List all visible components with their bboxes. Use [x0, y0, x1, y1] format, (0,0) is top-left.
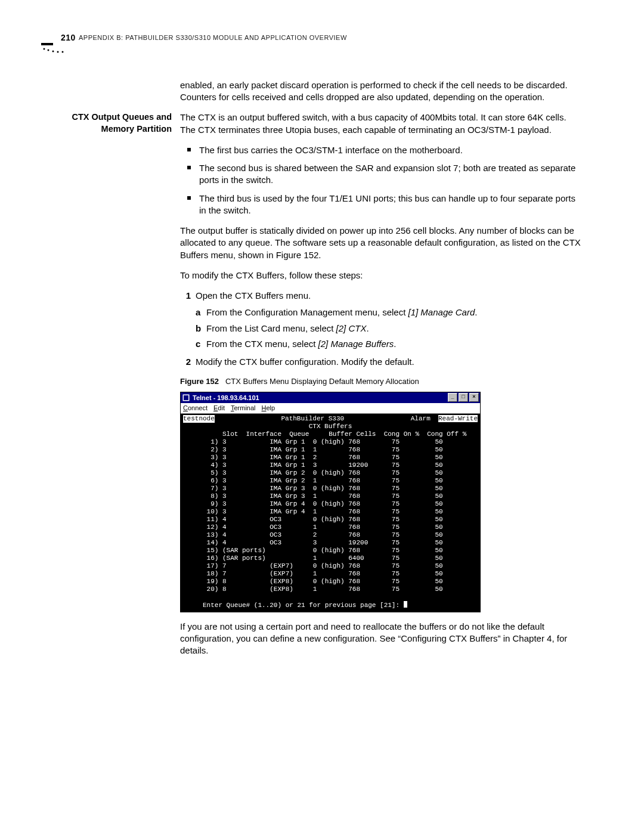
maximize-button[interactable]: □: [459, 393, 468, 402]
after-figure-paragraph: If you are not using a certain port and …: [180, 621, 583, 657]
menu-help[interactable]: Help: [262, 404, 275, 413]
page-header: 210 APPENDIX B: PATHBUILDER S330/S310 MO…: [61, 32, 583, 44]
step-1: 1 Open the CTX Buffers menu.: [180, 290, 583, 302]
substep-a: a From the Configuration Management menu…: [196, 306, 583, 318]
bus-list: The first bus carries the OC3/STM-1 inte…: [180, 144, 583, 216]
substep-c: c From the CTX menu, select [2] Manage B…: [196, 338, 583, 350]
menu-terminal[interactable]: Terminal: [231, 404, 256, 413]
running-head: APPENDIX B: PATHBUILDER S330/S310 MODULE…: [79, 32, 347, 42]
svg-point-1: [48, 49, 49, 51]
page-number: 210: [61, 32, 79, 44]
list-item: The second bus is shared between the SAR…: [191, 162, 583, 187]
list-item: The third bus is used by the four T1/E1 …: [191, 193, 583, 217]
close-button[interactable]: ×: [469, 393, 479, 402]
terminal-output[interactable]: testnodePathBuilder S330Alarm Read-Write…: [181, 414, 480, 612]
menubar[interactable]: Connect Edit Terminal Help: [181, 403, 480, 414]
section-side-heading: CTX Output Queues and Memory Partition: [61, 112, 180, 665]
svg-point-3: [57, 51, 59, 53]
figure-caption: Figure 152 CTX Buffers Menu Displaying D…: [180, 376, 583, 387]
decorative-dots-icon: [41, 43, 74, 58]
substep-label: b: [196, 323, 206, 335]
window-title: Telnet - 198.93.64.101: [193, 394, 448, 402]
step-text: Open the CTX Buffers menu.: [196, 290, 583, 302]
svg-rect-6: [184, 395, 188, 400]
app-icon: [182, 394, 190, 402]
minimize-button[interactable]: _: [448, 393, 457, 402]
section-lead: The CTX is an output buffered switch, wi…: [180, 112, 583, 136]
figure-caption-text: CTX Buffers Menu Displaying Default Memo…: [225, 377, 419, 386]
substep-label: a: [196, 306, 206, 318]
step-number: 2: [180, 356, 196, 368]
titlebar[interactable]: Telnet - 198.93.64.101 _ □ ×: [181, 392, 480, 403]
substep-text: From the CTX menu, select [2] Manage Buf…: [206, 338, 583, 350]
step-1-subs: a From the Configuration Management menu…: [196, 306, 583, 350]
substep-b: b From the List Card menu, select [2] CT…: [196, 323, 583, 335]
svg-point-0: [44, 48, 45, 50]
substep-text: From the List Card menu, select [2] CTX.: [206, 323, 583, 335]
intro-paragraph: enabled, an early packet discard operati…: [180, 79, 583, 104]
menu-edit[interactable]: Edit: [213, 404, 225, 413]
after-bullets-paragraph: The output buffer is statically divided …: [180, 225, 583, 261]
telnet-window: Telnet - 198.93.64.101 _ □ × Connect Edi…: [180, 392, 481, 612]
figure-label: Figure 152: [180, 377, 219, 386]
svg-point-4: [62, 51, 64, 53]
substep-text: From the Configuration Management menu, …: [206, 306, 583, 318]
svg-point-2: [52, 51, 54, 52]
step-number: 1: [180, 290, 196, 302]
steps-intro: To modify the CTX Buffers, follow these …: [180, 270, 583, 281]
list-item: The first bus carries the OC3/STM-1 inte…: [191, 144, 583, 156]
substep-label: c: [196, 338, 206, 350]
step-2: 2 Modify the CTX buffer configuration. M…: [180, 356, 583, 368]
side-heading-line2: Memory Partition: [101, 124, 172, 134]
step-text: Modify the CTX buffer configuration. Mod…: [196, 356, 583, 368]
side-heading-line1: CTX Output Queues and: [72, 112, 172, 122]
menu-connect[interactable]: Connect: [183, 404, 208, 413]
